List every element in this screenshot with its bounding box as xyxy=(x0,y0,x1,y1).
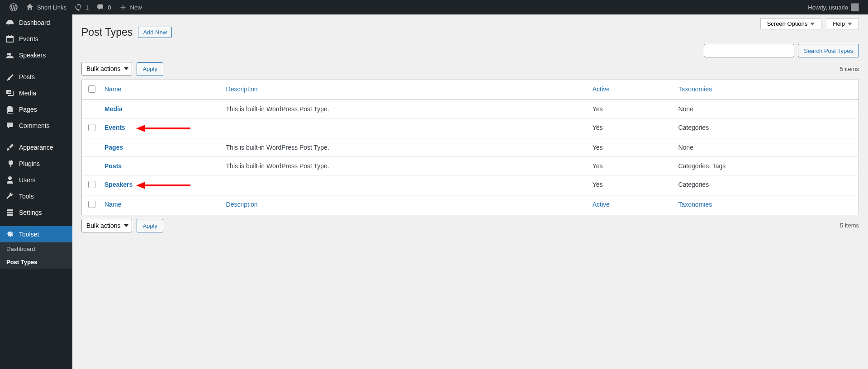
row-active: Yes xyxy=(588,175,674,195)
new-label: New xyxy=(130,4,142,11)
row-checkbox[interactable] xyxy=(88,124,95,131)
chevron-down-icon xyxy=(810,23,815,25)
row-active: Yes xyxy=(588,138,674,156)
post-types-table: Name Description Active Taxonomies Media… xyxy=(81,80,859,215)
admin-bar: Short Links 1 0 New Howdy, usuario xyxy=(0,0,868,14)
calendar-icon xyxy=(5,34,14,43)
table-row: SpeakersYesCategories xyxy=(82,175,859,195)
help-button[interactable]: Help xyxy=(826,18,859,29)
row-title-link[interactable]: Speakers xyxy=(104,181,133,188)
row-taxonomies: Categories, Tags xyxy=(674,156,859,175)
table-row: MediaThis is built-in WordPress Post Typ… xyxy=(82,99,859,118)
menu-speakers[interactable]: Speakers xyxy=(0,47,72,63)
wp-logo[interactable] xyxy=(5,0,22,14)
row-checkbox[interactable] xyxy=(88,181,95,188)
menu-tools[interactable]: Tools xyxy=(0,188,72,204)
menu-label: Plugins xyxy=(19,160,40,167)
row-title-link[interactable]: Media xyxy=(104,105,123,113)
screen-options-button[interactable]: Screen Options xyxy=(760,18,822,29)
menu-label: Dashboard xyxy=(19,19,50,26)
select-all-top[interactable] xyxy=(88,85,95,93)
table-row: PagesThis is built-in WordPress Post Typ… xyxy=(82,138,859,156)
comments-link[interactable]: 0 xyxy=(92,0,114,14)
apply-button-bottom[interactable]: Apply xyxy=(137,219,163,232)
add-new-button[interactable]: Add New xyxy=(138,27,172,38)
wordpress-icon xyxy=(9,3,18,12)
row-title-link[interactable]: Events xyxy=(104,124,125,131)
howdy-text: Howdy, usuario xyxy=(808,4,848,11)
menu-media[interactable]: Media xyxy=(0,85,72,101)
apply-button-top[interactable]: Apply xyxy=(137,62,163,76)
avatar-icon xyxy=(851,3,859,11)
menu-label: Posts xyxy=(19,73,35,80)
gear-icon xyxy=(5,230,14,239)
menu-dashboard[interactable]: Dashboard xyxy=(0,14,72,31)
menu-appearance[interactable]: Appearance xyxy=(0,139,72,156)
row-title-link[interactable]: Pages xyxy=(104,144,123,151)
comment-icon xyxy=(96,3,105,12)
menu-settings[interactable]: Settings xyxy=(0,204,72,221)
menu-events[interactable]: Events xyxy=(0,31,72,47)
col-taxonomies-foot: Taxonomies xyxy=(674,195,859,215)
col-name-foot[interactable]: Name xyxy=(100,195,222,215)
menu-comments[interactable]: Comments xyxy=(0,118,72,134)
annotation-arrow-icon xyxy=(136,181,190,190)
svg-marker-3 xyxy=(136,182,145,189)
plug-icon xyxy=(5,159,14,168)
plus-icon xyxy=(119,3,128,12)
search-button[interactable]: Search Post Types xyxy=(798,44,859,57)
row-title-link[interactable]: Posts xyxy=(104,162,122,170)
col-active-foot[interactable]: Active xyxy=(588,195,674,215)
menu-plugins[interactable]: Plugins xyxy=(0,156,72,172)
col-description-foot[interactable]: Description xyxy=(222,195,588,215)
menu-label: Users xyxy=(19,176,36,184)
menu-label: Pages xyxy=(19,106,37,113)
help-label: Help xyxy=(833,20,845,27)
admin-sidebar: Dashboard Events Speakers Posts Media Pa… xyxy=(0,14,72,369)
bulk-actions-select-bottom[interactable]: Bulk actions xyxy=(81,219,132,232)
search-input[interactable] xyxy=(704,44,794,57)
menu-label: Tools xyxy=(19,193,34,200)
site-name[interactable]: Short Links xyxy=(22,0,70,14)
col-active[interactable]: Active xyxy=(588,80,674,99)
select-all-bottom[interactable] xyxy=(88,201,95,208)
menu-posts[interactable]: Posts xyxy=(0,69,72,85)
bulk-actions-select[interactable]: Bulk actions xyxy=(81,62,132,76)
new-content[interactable]: New xyxy=(115,0,146,14)
home-icon xyxy=(25,3,34,12)
col-name[interactable]: Name xyxy=(100,80,222,99)
screen-options-label: Screen Options xyxy=(767,20,808,27)
users-icon xyxy=(5,51,14,60)
menu-label: Settings xyxy=(19,209,42,216)
row-description xyxy=(222,175,588,195)
row-taxonomies: None xyxy=(674,99,859,118)
col-description[interactable]: Description xyxy=(222,80,588,99)
menu-label: Media xyxy=(19,90,36,97)
howdy[interactable]: Howdy, usuario xyxy=(804,0,863,14)
site-name-text: Short Links xyxy=(37,4,66,11)
row-description: This is built-in WordPress Post Type. xyxy=(222,99,588,118)
annotation-arrow-icon xyxy=(136,124,190,133)
menu-label: Appearance xyxy=(19,144,53,151)
table-row: PostsThis is built-in WordPress Post Typ… xyxy=(82,156,859,175)
menu-pages[interactable]: Pages xyxy=(0,101,72,118)
menu-users[interactable]: Users xyxy=(0,172,72,188)
row-active: Yes xyxy=(588,156,674,175)
user-icon xyxy=(5,175,14,184)
main-content: Screen Options Help Post Types Add New S… xyxy=(72,14,868,369)
submenu-dashboard[interactable]: Dashboard xyxy=(0,242,72,255)
pages-icon xyxy=(5,105,14,114)
menu-toolset[interactable]: Toolset xyxy=(0,226,72,242)
menu-label: Speakers xyxy=(19,52,46,59)
toolset-submenu: Dashboard Post Types xyxy=(0,242,72,269)
row-taxonomies: Categories xyxy=(674,118,859,138)
updates-count: 1 xyxy=(85,4,89,11)
row-description: This is built-in WordPress Post Type. xyxy=(222,138,588,156)
svg-marker-1 xyxy=(136,125,145,132)
col-taxonomies: Taxonomies xyxy=(674,80,859,99)
menu-label: Comments xyxy=(19,122,50,129)
refresh-icon xyxy=(74,3,83,12)
updates[interactable]: 1 xyxy=(70,0,92,14)
submenu-post-types[interactable]: Post Types xyxy=(0,255,72,269)
row-taxonomies: None xyxy=(674,138,859,156)
